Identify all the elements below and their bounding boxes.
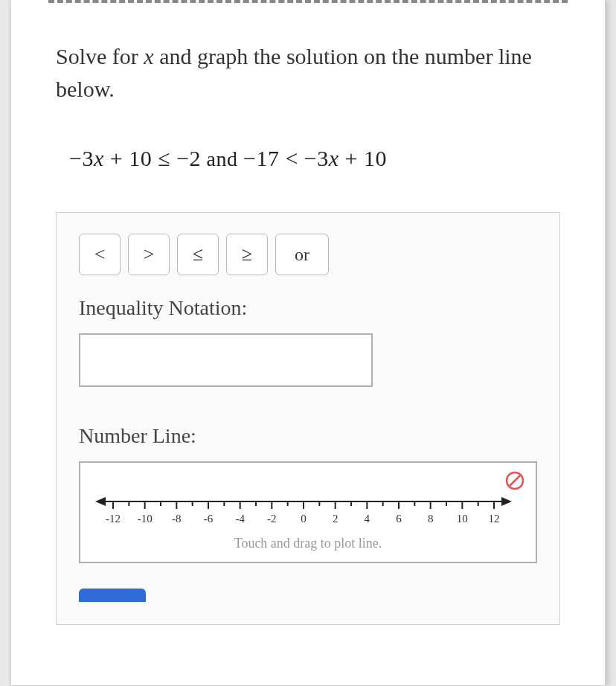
tick-label: 6 [396, 513, 402, 525]
inequality-expression: −3x + 10 ≤ −2 and −17 < −3x + 10 [69, 146, 560, 171]
numberline-hint: Touch and drag to plot line. [95, 536, 521, 551]
operator-toolbar: < > ≤ ≥ or [79, 234, 537, 275]
less-than-button[interactable]: < [79, 234, 121, 275]
tick-label: 8 [428, 513, 434, 525]
tick-label: -8 [172, 513, 182, 525]
page-container: Solve for x and graph the solution on th… [10, 0, 606, 686]
tick-label: -10 [138, 513, 153, 525]
less-equal-button[interactable]: ≤ [177, 234, 219, 275]
prompt-variable: x [144, 44, 153, 68]
tick-label: -12 [106, 513, 121, 525]
svg-marker-4 [501, 497, 512, 506]
eq-conjunction: and [201, 147, 243, 170]
numberline-panel[interactable]: -12-10-8-6-4-2024681012 Touch and drag t… [79, 461, 537, 563]
eq-part1-pre: −3 [69, 146, 94, 170]
eq-part2-pre: −17 < −3 [243, 146, 329, 170]
prompt-text-pre: Solve for [56, 44, 144, 68]
or-button[interactable]: or [275, 234, 329, 275]
eq-part2-var: x [329, 146, 339, 170]
tick-label: 4 [365, 513, 370, 525]
tick-label: 0 [301, 513, 307, 525]
numberline-axis[interactable]: -12-10-8-6-4-2024681012 [95, 491, 512, 528]
question-prompt: Solve for x and graph the solution on th… [56, 40, 560, 105]
tick-label: -2 [267, 513, 277, 525]
inequality-input[interactable] [79, 333, 373, 387]
divider-dashed [48, 0, 568, 3]
greater-than-button[interactable]: > [128, 234, 170, 275]
submit-button[interactable] [79, 589, 146, 602]
svg-marker-3 [95, 497, 106, 506]
tick-label: -6 [204, 513, 214, 525]
eq-part1-var: x [94, 146, 104, 170]
eq-part1-mid: + 10 ≤ −2 [104, 146, 201, 170]
answer-panel: < > ≤ ≥ or Inequality Notation: Number L… [56, 212, 560, 625]
tick-label: 10 [457, 513, 468, 525]
tick-label: -4 [235, 513, 245, 525]
greater-equal-button[interactable]: ≥ [226, 234, 268, 275]
eq-part2-post: + 10 [339, 146, 387, 170]
svg-line-1 [510, 475, 520, 486]
numberline-label: Number Line: [79, 424, 537, 448]
inequality-label: Inequality Notation: [79, 296, 537, 320]
tick-label: 12 [489, 513, 500, 525]
clear-icon[interactable] [504, 470, 525, 491]
tick-label: 2 [333, 513, 339, 525]
